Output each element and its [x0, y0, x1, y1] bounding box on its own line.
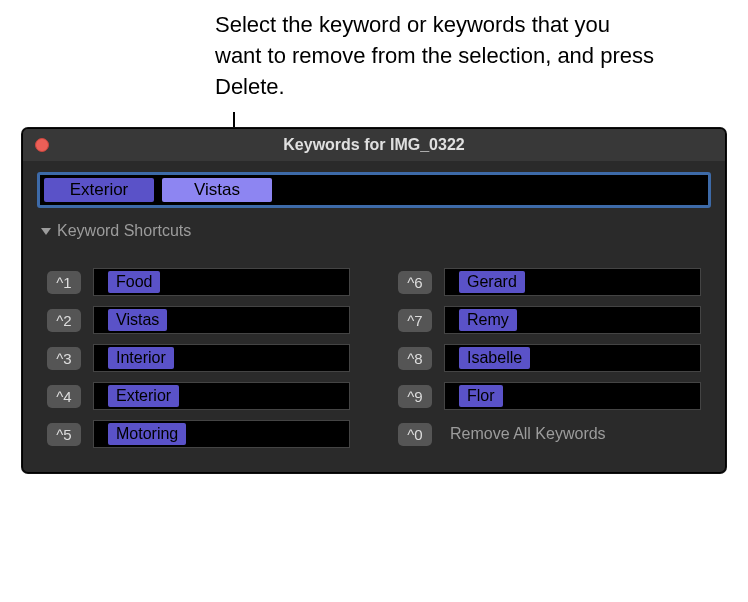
shortcut-key-6: ^6 [398, 271, 432, 294]
shortcut-token-motoring[interactable]: Motoring [108, 423, 186, 445]
keywords-window: Keywords for IMG_0322 Exterior Vistas Ke… [22, 128, 726, 473]
shortcut-token-remy[interactable]: Remy [459, 309, 517, 331]
shortcut-key-2: ^2 [47, 309, 81, 332]
instruction-annotation: Select the keyword or keywords that you … [215, 10, 655, 102]
shortcut-key-1: ^1 [47, 271, 81, 294]
applied-keywords-area: Exterior Vistas [23, 161, 725, 222]
shortcut-token-vistas[interactable]: Vistas [108, 309, 167, 331]
close-window-button[interactable] [35, 138, 49, 152]
window-title: Keywords for IMG_0322 [23, 136, 725, 154]
shortcut-key-7: ^7 [398, 309, 432, 332]
section-header-label: Keyword Shortcuts [57, 222, 191, 240]
applied-keywords-input[interactable]: Exterior Vistas [37, 172, 711, 208]
shortcut-key-4: ^4 [47, 385, 81, 408]
shortcut-row-2: ^2 Vistas [47, 306, 350, 334]
shortcut-token-food[interactable]: Food [108, 271, 160, 293]
shortcut-slot-6[interactable]: Gerard [444, 268, 701, 296]
shortcut-key-9: ^9 [398, 385, 432, 408]
shortcut-slot-4[interactable]: Exterior [93, 382, 350, 410]
shortcut-key-8: ^8 [398, 347, 432, 370]
keyword-token-exterior[interactable]: Exterior [44, 178, 154, 202]
shortcut-row-3: ^3 Interior [47, 344, 350, 372]
shortcut-row-6: ^6 Gerard [398, 268, 701, 296]
shortcut-slot-7[interactable]: Remy [444, 306, 701, 334]
shortcut-row-5: ^5 Motoring [47, 420, 350, 448]
shortcut-token-interior[interactable]: Interior [108, 347, 174, 369]
shortcut-token-exterior[interactable]: Exterior [108, 385, 179, 407]
keyword-token-vistas-selected[interactable]: Vistas [162, 178, 272, 202]
shortcut-slot-3[interactable]: Interior [93, 344, 350, 372]
shortcut-slot-8[interactable]: Isabelle [444, 344, 701, 372]
shortcut-token-isabelle[interactable]: Isabelle [459, 347, 530, 369]
shortcut-slot-5[interactable]: Motoring [93, 420, 350, 448]
shortcut-slot-2[interactable]: Vistas [93, 306, 350, 334]
shortcut-slot-9[interactable]: Flor [444, 382, 701, 410]
shortcut-slot-1[interactable]: Food [93, 268, 350, 296]
shortcut-row-0: ^0 Remove All Keywords [398, 420, 701, 448]
window-titlebar[interactable]: Keywords for IMG_0322 [23, 129, 725, 161]
shortcut-row-8: ^8 Isabelle [398, 344, 701, 372]
shortcut-key-3: ^3 [47, 347, 81, 370]
shortcut-row-4: ^4 Exterior [47, 382, 350, 410]
keyword-shortcuts-header[interactable]: Keyword Shortcuts [23, 222, 725, 246]
shortcut-key-0: ^0 [398, 423, 432, 446]
disclosure-triangle-icon[interactable] [41, 228, 51, 235]
remove-all-keywords-button[interactable]: Remove All Keywords [444, 425, 606, 443]
shortcut-row-7: ^7 Remy [398, 306, 701, 334]
shortcut-row-1: ^1 Food [47, 268, 350, 296]
shortcut-row-9: ^9 Flor [398, 382, 701, 410]
shortcut-token-flor[interactable]: Flor [459, 385, 503, 407]
shortcut-key-5: ^5 [47, 423, 81, 446]
shortcuts-grid: ^1 Food ^6 Gerard ^2 Vistas ^7 Remy ^3 [23, 246, 725, 472]
shortcut-token-gerard[interactable]: Gerard [459, 271, 525, 293]
